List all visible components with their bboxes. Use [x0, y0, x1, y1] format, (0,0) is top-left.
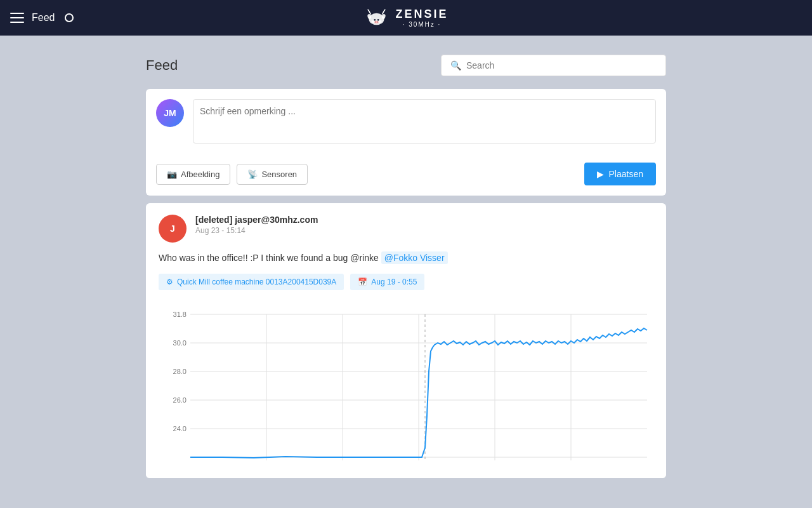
svg-point-4 — [377, 19, 379, 21]
post-time: Aug 23 - 15:14 — [195, 226, 318, 235]
page-title: Feed — [146, 57, 178, 74]
user-avatar: JM — [156, 99, 184, 127]
send-icon: ▶ — [597, 169, 604, 179]
submit-label: Plaatsen — [609, 169, 643, 179]
post-header: J [deleted] jasper@30mhz.com Aug 23 - 15… — [146, 203, 666, 251]
cursor — [65, 13, 74, 22]
svg-point-6 — [375, 22, 376, 22]
sensor-tag-icon: ⚙ — [166, 277, 173, 286]
camera-icon: 📷 — [167, 170, 177, 179]
content-wrapper: Feed 🔍 JM 📷 Afbeelding 📡 — [146, 55, 666, 478]
search-box[interactable]: 🔍 — [441, 55, 666, 76]
svg-text:26.0: 26.0 — [173, 396, 187, 404]
main-content: Feed 🔍 JM 📷 Afbeelding 📡 — [0, 36, 812, 478]
post-card: J [deleted] jasper@30mhz.com Aug 23 - 15… — [146, 203, 666, 478]
sensor-tag-label: Quick Mill coffee machine 0013A200415D03… — [177, 277, 336, 286]
svg-point-3 — [374, 19, 376, 21]
sensors-button[interactable]: 📡 Sensoren — [237, 164, 308, 185]
post-meta: [deleted] jasper@30mhz.com Aug 23 - 15:1… — [195, 215, 318, 235]
navbar-brand: ZENSIE · 30MHz · — [363, 5, 448, 30]
post-author: [deleted] jasper@30mhz.com — [195, 215, 318, 225]
image-label: Afbeelding — [181, 170, 219, 179]
search-icon: 🔍 — [450, 60, 461, 70]
date-tag[interactable]: 📅 Aug 19 - 0:55 — [350, 274, 424, 290]
chart-svg: 31.8 30.0 28.0 26.0 24.0 — [159, 308, 653, 467]
svg-point-7 — [377, 22, 377, 22]
post-avatar: J — [159, 215, 187, 243]
calendar-icon: 📅 — [358, 277, 367, 286]
nav-title: Feed — [32, 12, 55, 23]
svg-text:28.0: 28.0 — [173, 368, 187, 375]
brand-logo — [363, 5, 389, 30]
svg-text:31.8: 31.8 — [173, 311, 187, 318]
menu-button[interactable] — [10, 13, 24, 23]
svg-text:30.0: 30.0 — [173, 339, 187, 347]
chart-area: 31.8 30.0 28.0 26.0 24.0 — [146, 300, 666, 478]
svg-point-5 — [374, 21, 379, 23]
svg-text:24.0: 24.0 — [173, 425, 187, 432]
composer-card: JM 📷 Afbeelding 📡 Sensoren ▶ Plaatsen — [146, 89, 666, 196]
search-input[interactable] — [466, 60, 657, 70]
post-mention[interactable]: @Fokko Visser — [381, 251, 448, 264]
sensors-label: Sensoren — [261, 170, 297, 179]
composer-input-wrap — [193, 99, 656, 146]
date-tag-label: Aug 19 - 0:55 — [371, 277, 417, 286]
svg-point-2 — [378, 20, 381, 23]
post-tags: ⚙ Quick Mill coffee machine 0013A200415D… — [146, 274, 666, 300]
navbar: Feed ZENSIE · 30MHz · — [0, 0, 812, 36]
composer-actions: 📷 Afbeelding 📡 Sensoren ▶ Plaatsen — [146, 156, 666, 196]
brand-name: ZENSIE — [395, 8, 448, 21]
navbar-left: Feed — [10, 12, 74, 23]
image-button[interactable]: 📷 Afbeelding — [156, 164, 230, 185]
brand-sub: · 30MHz · — [403, 21, 442, 28]
composer-area: JM — [146, 89, 666, 156]
post-body: Who was in the office!! :P I think we fo… — [146, 251, 666, 274]
brand-text: ZENSIE · 30MHz · — [395, 8, 448, 28]
sensor-tag[interactable]: ⚙ Quick Mill coffee machine 0013A200415D… — [159, 274, 344, 290]
composer-textarea[interactable] — [193, 99, 656, 144]
sensor-icon: 📡 — [247, 170, 258, 179]
svg-point-1 — [371, 20, 374, 23]
post-text: Who was in the office!! :P I think we fo… — [159, 253, 379, 263]
header-row: Feed 🔍 — [146, 55, 666, 76]
submit-button[interactable]: ▶ Plaatsen — [584, 163, 656, 185]
